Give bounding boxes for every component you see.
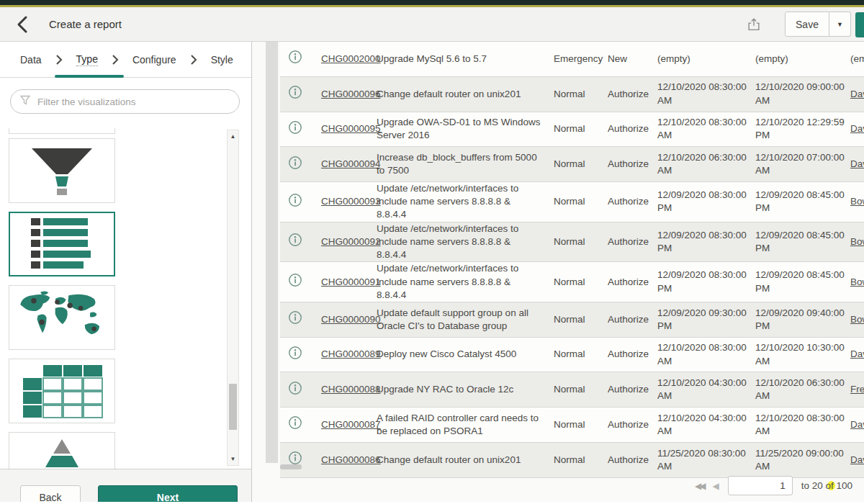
info-icon[interactable] [288, 193, 302, 211]
change-number-link[interactable]: CHG0000088 [321, 384, 381, 395]
priority-cell: Normal [548, 276, 604, 289]
scroll-up-icon[interactable]: ▲ [230, 130, 236, 143]
change-number-link[interactable]: CHG0000093 [321, 196, 381, 207]
state-cell: Authorize [604, 88, 657, 101]
change-number-cell: CHG0000096 [310, 88, 377, 101]
active-step-indicator [55, 75, 124, 78]
state-cell: Authorize [604, 122, 657, 135]
change-number-link[interactable]: CHG0000096 [321, 89, 381, 99]
change-number-link[interactable]: CHG0000087 [321, 419, 381, 430]
previous-page-icon[interactable]: ◀ [712, 481, 719, 491]
info-icon[interactable] [288, 120, 302, 138]
wizard-footer: Back Next [0, 469, 251, 502]
step-type[interactable]: Type [76, 53, 98, 66]
table-vertical-scrollbar[interactable] [266, 42, 278, 463]
scroll-down-icon[interactable]: ▼ [230, 453, 236, 465]
run-button-partial[interactable] [855, 12, 864, 37]
assigned-to-link[interactable]: Dav [850, 348, 864, 359]
save-button[interactable]: Save [785, 12, 829, 37]
scrollbar-thumb[interactable] [229, 384, 237, 430]
save-dropdown-button[interactable]: ▼ [829, 12, 851, 37]
table-row: CHG0000091Update /etc/network/interfaces… [280, 262, 864, 302]
table-row: CHG0000090Update default support group o… [280, 302, 864, 338]
table-row: CHG0000093Update /etc/network/interfaces… [280, 182, 864, 222]
viz-list-scrollbar[interactable]: ▲ ▼ [227, 130, 239, 466]
priority-cell: Normal [548, 235, 604, 248]
assigned-to-link[interactable]: Dav [850, 123, 864, 134]
priority-cell: Normal [548, 313, 604, 326]
change-number-cell: CHG0000094 [310, 158, 377, 171]
start-date-cell: 11/25/2020 08:30:00 AM [657, 447, 755, 473]
assigned-to-link[interactable]: Bow [850, 314, 864, 325]
change-number-link[interactable]: CHG0000089 [321, 348, 381, 359]
visualization-list: ▲ ▼ [0, 125, 251, 469]
viz-type-list-chart[interactable] [9, 212, 115, 276]
info-icon[interactable] [288, 273, 302, 291]
info-icon[interactable] [288, 310, 302, 328]
info-icon[interactable] [288, 381, 302, 399]
end-date-cell: 12/10/2020 09:00:00 AM [755, 81, 850, 107]
step-configure[interactable]: Configure [132, 54, 176, 66]
change-number-link[interactable]: CHG0002000 [321, 53, 381, 64]
end-date-cell: 11/25/2020 09:00:00 AM [755, 447, 850, 473]
row-info-cell [280, 85, 310, 103]
filter-input[interactable] [37, 96, 230, 107]
assigned-to-cell: Dav [850, 418, 864, 431]
row-info-cell [280, 233, 310, 251]
chevron-right-icon [190, 55, 197, 65]
info-icon[interactable] [288, 346, 302, 364]
step-style[interactable]: Style [211, 54, 233, 66]
viz-type-funnel-chart[interactable] [9, 138, 115, 203]
assigned-to-link[interactable]: Dav [850, 454, 864, 465]
table-horizontal-scrollbar[interactable] [280, 464, 302, 469]
assigned-to-cell: Dav [850, 348, 864, 361]
change-number-cell: CHG0000092 [310, 235, 377, 248]
table-row: CHG0000086Change default router on unix2… [280, 443, 864, 478]
viz-type-partial[interactable] [9, 128, 115, 134]
viz-type-heatmap[interactable] [9, 359, 115, 423]
short-description-cell: Upgrade MySql 5.6 to 5.7 [377, 53, 548, 66]
priority-cell: Normal [548, 348, 604, 361]
assigned-to-link[interactable]: Dav [850, 89, 864, 99]
state-cell: Authorize [604, 158, 657, 171]
state-cell: Authorize [604, 195, 657, 208]
end-date-cell: 12/09/2020 08:45:00 PM [755, 269, 850, 294]
info-icon[interactable] [288, 85, 302, 103]
info-icon[interactable] [288, 156, 302, 174]
next-button[interactable]: Next [98, 485, 238, 502]
info-icon[interactable] [288, 50, 302, 68]
assigned-to-cell: Bow [850, 313, 864, 326]
step-data[interactable]: Data [20, 54, 42, 66]
assigned-to-link[interactable]: Dav [850, 158, 864, 169]
assigned-to-link[interactable]: Bow [850, 276, 864, 287]
short-description-cell: Update default support group on all Orac… [377, 307, 548, 333]
table-row: CHG0000088Upgrade NY RAC to Oracle 12cNo… [280, 372, 864, 408]
info-icon[interactable] [288, 415, 302, 433]
table-row: CHG0000089Deploy new Cisco Catalyst 4500… [280, 338, 864, 373]
back-icon[interactable] [13, 15, 32, 34]
viz-type-pyramid-chart[interactable] [9, 432, 115, 469]
viz-type-world-map[interactable] [9, 285, 115, 350]
start-date-cell: 12/10/2020 08:30:00 AM [657, 341, 755, 367]
change-number-link[interactable]: CHG0000092 [321, 236, 381, 247]
start-date-cell: 12/10/2020 04:30:00 AM [657, 412, 755, 438]
change-number-link[interactable]: CHG0000091 [321, 276, 381, 287]
first-page-icon[interactable]: ◀◀ [695, 481, 703, 491]
chevron-right-icon [55, 55, 63, 65]
share-icon[interactable] [742, 12, 766, 37]
short-description-cell: Upgrade NY RAC to Oracle 12c [377, 383, 548, 396]
page-number-input[interactable] [728, 476, 793, 495]
change-number-link[interactable]: CHG0000094 [321, 158, 381, 169]
assigned-to-link[interactable]: Dav [850, 419, 864, 430]
change-number-link[interactable]: CHG0000095 [321, 123, 381, 134]
back-button[interactable]: Back [20, 485, 81, 502]
info-icon[interactable] [288, 233, 302, 251]
change-number-link[interactable]: CHG0000090 [321, 314, 381, 325]
short-description-cell: Change default router on unix201 [377, 454, 548, 467]
assigned-to-link[interactable]: Fre [850, 384, 864, 395]
change-number-link[interactable]: CHG0000086 [321, 454, 381, 465]
state-cell: Authorize [604, 276, 657, 289]
assigned-to-link[interactable]: Bow [850, 196, 864, 207]
assigned-to-link[interactable]: Bow [850, 236, 864, 247]
page-title: Create a report [49, 18, 122, 30]
